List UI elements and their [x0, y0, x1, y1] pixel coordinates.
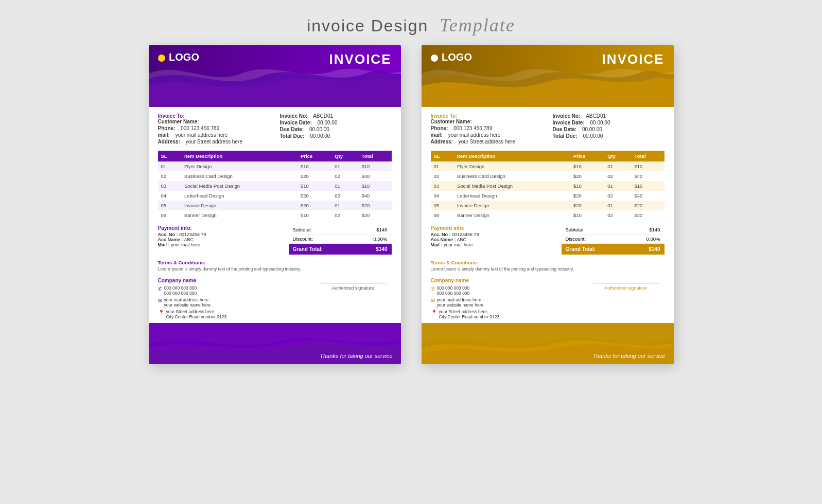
purple-logo: LOGO [158, 51, 199, 63]
purple-due-date-label: Due Date: [280, 127, 304, 132]
gold-mail-row: ✉ your mail address hereyour website nam… [431, 297, 500, 308]
invoices-container: LOGO INVOICE Invoice To: Customer Name: … [118, 45, 705, 364]
gold-billing-section: Invoice To: Customer Name: Phone: 000 12… [431, 113, 664, 146]
table-row: 04Letterhead Design$2002$40 [431, 191, 664, 201]
gold-invoice-date-label: Invoice Date: [553, 120, 585, 125]
purple-address-label: Address: [158, 139, 180, 145]
page-title: invoice Design Template [307, 0, 515, 45]
purple-address-row: 📍 your Street address here,City Center R… [158, 309, 227, 319]
gold-billing-left: Invoice To: Customer Name: Phone: 000 12… [431, 113, 543, 146]
gold-company-left: Company name ✆ 000 000 000 000000 000 00… [431, 278, 500, 321]
purple-th-qty: Qty [331, 151, 358, 161]
gold-wave-bottom: Thanks for taking our service [422, 323, 674, 364]
gold-location-icon: 📍 [431, 310, 437, 315]
gold-terms: Terms & Conditions: Lorem Ipsum is simpl… [422, 258, 674, 274]
purple-mail-row: ✉ your mail address hereyour website nam… [158, 297, 227, 308]
gold-terms-title: Terms & Conditions: [431, 260, 664, 265]
purple-payment-title: Payment info: [158, 225, 289, 231]
gold-totals: Subtotal: $140 Discount: 0.00% Grand Tot… [562, 225, 664, 255]
table-row: 04Letterhead Design$2002$40 [158, 191, 392, 201]
table-row: 02Business Card Design$2002$40 [431, 171, 664, 181]
gold-invoice-card: LOGO INVOICE Invoice To: Customer Name: … [422, 45, 674, 364]
mail-icon: ✉ [158, 298, 162, 303]
gold-thanks-text: Thanks for taking our service [592, 353, 665, 359]
purple-invoice-title: INVOICE [329, 51, 392, 67]
gold-signature-line [592, 283, 659, 283]
gold-th-sl: SL [431, 151, 454, 161]
purple-thanks-text: Thanks for taking our service [320, 353, 392, 359]
purple-invoice-to: Invoice To: [158, 113, 270, 119]
purple-subtotal-row: Subtotal: $140 [289, 225, 392, 235]
gold-invoice-body: Invoice To: Customer Name: Phone: 000 12… [422, 107, 674, 220]
gold-signature-section: Authorized signature [592, 278, 664, 291]
title-script: Template [440, 15, 515, 35]
gold-th-desc: Item Description [454, 151, 570, 161]
purple-th-desc: Item Description [181, 151, 298, 161]
purple-company-section: Company name ✆ 000 000 000 000000 000 00… [149, 274, 401, 323]
purple-phone-row: ✆ 000 000 000 000000 000 000 000 [158, 285, 227, 296]
gold-discount-row: Discount: 0.00% [562, 235, 664, 244]
gold-payment-title: Payment info: [431, 225, 562, 231]
gold-signature-label: Authorized signature [592, 285, 659, 291]
gold-wave-top: LOGO INVOICE [422, 45, 674, 107]
purple-wave-top: LOGO INVOICE [149, 45, 401, 107]
purple-payment-info: Payment info: Acc. No : 00123456 78 Acc.… [158, 225, 289, 255]
purple-wave-bottom: Thanks for taking our service [149, 323, 401, 364]
purple-terms-text: Lorem Ipsum is simply dummy text of the … [158, 266, 392, 272]
purple-company-name: Company name [158, 278, 227, 283]
purple-company-left: Company name ✆ 000 000 000 000000 000 00… [158, 278, 227, 321]
purple-grand-total-row: Grand Total: $140 [289, 244, 392, 255]
purple-invoice-table: SL Item Description Price Qty Total 01Fl… [158, 151, 392, 220]
gold-th-total: Total [632, 151, 664, 161]
purple-th-total: Total [359, 151, 392, 161]
table-row: 03Social Media Post Design$1001$10 [431, 181, 664, 191]
gold-company-name: Company name [431, 278, 500, 283]
gold-logo-circle [431, 55, 438, 62]
title-regular: invoice Design [307, 16, 428, 35]
gold-invoice-to: Invoice To: [431, 113, 543, 119]
purple-header-row: LOGO INVOICE [149, 51, 401, 67]
table-row: 05Invoice Design$2001$20 [431, 201, 664, 210]
gold-mail-icon: ✉ [431, 298, 435, 303]
table-row: 01Flyer Design$1001$10 [431, 161, 664, 171]
purple-totals: Subtotal: $140 Discount: 0.00% Grand Tot… [289, 225, 392, 255]
gold-th-qty: Qty [604, 151, 631, 161]
gold-phone-icon: ✆ [431, 286, 435, 292]
gold-bottom-section: Payment info: Acc. No : 00123456 78 Acc.… [422, 225, 674, 255]
purple-terms: Terms & Conditions: Lorem Ipsum is simpl… [149, 258, 401, 274]
gold-billing-right: Invoice No: ABCD01 Invoice Date: 00.00.0… [543, 113, 664, 146]
purple-signature-label: Authorized signature [320, 285, 387, 291]
gold-invoice-no-label: Invoice No: [553, 113, 581, 119]
gold-invoice-title: INVOICE [602, 51, 664, 67]
gold-mail-label: mail: [431, 132, 443, 138]
gold-phone-label: Phone: [431, 125, 448, 131]
purple-invoice-body: Invoice To: Customer Name: Phone: 000 12… [149, 107, 401, 220]
gold-due-date-label: Due Date: [553, 127, 577, 132]
gold-phone-row: ✆ 000 000 000 000000 000 000 000 [431, 285, 500, 296]
gold-address-label: Address: [431, 139, 453, 145]
purple-signature-section: Authorized signature [320, 278, 392, 291]
purple-signature-line [320, 283, 387, 283]
table-row: 05Invoice Design$2001$20 [158, 201, 392, 210]
gold-customer-name-label: Customer Name: [431, 119, 472, 124]
purple-billing-section: Invoice To: Customer Name: Phone: 000 12… [158, 113, 392, 146]
purple-bottom-section: Payment info: Acc. No : 00123456 78 Acc.… [149, 225, 401, 255]
purple-billing-right: Invoice No: ABCD01 Invoice Date: 00.00.0… [270, 113, 392, 146]
gold-invoice-table: SL Item Description Price Qty Total 01Fl… [431, 151, 664, 220]
purple-phone-label: Phone: [158, 125, 176, 131]
gold-company-section: Company name ✆ 000 000 000 000000 000 00… [422, 274, 674, 323]
purple-th-sl: SL [158, 151, 181, 161]
purple-total-due-label: Total Due: [280, 133, 305, 139]
purple-discount-row: Discount: 0.00% [289, 235, 392, 244]
location-icon: 📍 [158, 310, 164, 315]
purple-billing-left: Invoice To: Customer Name: Phone: 000 12… [158, 113, 270, 146]
table-row: 06Banner Design$1002$20 [158, 210, 392, 220]
purple-invoice-date-label: Invoice Date: [280, 120, 312, 125]
table-row: 01Flyer Design$1001$10 [158, 161, 392, 171]
purple-invoice-no-label: Invoice No: [280, 113, 308, 119]
gold-th-price: Price [570, 151, 604, 161]
purple-customer-name-label: Customer Name: [158, 119, 199, 124]
phone-icon: ✆ [158, 286, 162, 292]
purple-terms-title: Terms & Conditions: [158, 260, 392, 265]
gold-logo: LOGO [431, 51, 472, 63]
